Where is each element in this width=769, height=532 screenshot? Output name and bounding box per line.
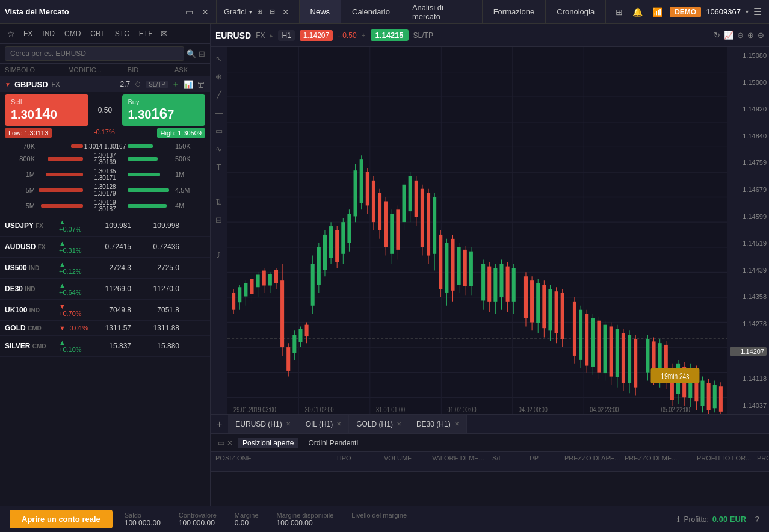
chart-tab-add[interactable]: + — [211, 415, 228, 433]
filter-etf-btn[interactable]: ETF — [135, 28, 156, 39]
account-dropdown-icon[interactable]: ▾ — [746, 8, 749, 15]
chart-hline-tool[interactable]: — — [212, 106, 226, 119]
high-value: High: 1.30509 — [157, 128, 206, 138]
svg-rect-25 — [238, 287, 241, 302]
help-icon[interactable]: ? — [755, 515, 759, 524]
grafici-icon1[interactable]: ⊞ — [255, 7, 265, 17]
chart-tab-close[interactable]: ✕ — [454, 421, 459, 427]
tab-analisi[interactable]: Analisi di mercato — [401, 0, 483, 23]
panel-tab-ordini[interactable]: Ordini Pendenti — [303, 438, 363, 448]
search-input[interactable] — [5, 46, 184, 61]
gbpusd-collapse-icon[interactable]: ▼ — [5, 81, 11, 88]
ob-price: 1.3014 1.30167 — [84, 143, 126, 150]
chart-crosshair-tool[interactable]: ⊕ — [212, 70, 226, 83]
svg-rect-73 — [384, 201, 388, 247]
profit-info-icon: ℹ — [677, 515, 680, 524]
sym-name: DE30 IND — [5, 285, 59, 293]
svg-text:31.01 01:00: 31.01 01:00 — [376, 406, 405, 414]
open-account-button[interactable]: Aprire un conto reale — [10, 510, 113, 528]
chart-timeframe[interactable]: H1 — [278, 30, 294, 41]
chart-text-tool[interactable]: T — [212, 160, 226, 173]
sym-change: ▲ +0.64% — [59, 282, 89, 296]
sym-ask: 109.998 — [131, 221, 179, 230]
grafici-icon2[interactable]: ⊟ — [267, 7, 277, 17]
symbol-list-item[interactable]: UK100 IND ▼ +0.70% 7049.8 7051.8 — [0, 300, 210, 321]
symbol-list-item[interactable]: USDJPY FX ▲ +0.07% 109.981 109.998 — [0, 215, 210, 237]
svg-text:29.01.2019 03:00: 29.01.2019 03:00 — [233, 406, 276, 414]
table-header-tipo: TIPO — [336, 454, 384, 469]
layout-icon[interactable]: ⊞ — [613, 6, 625, 18]
chart-fib-tool[interactable]: ∿ — [212, 142, 226, 155]
window-close-btn[interactable]: ✕ — [199, 6, 211, 18]
tab-formazione[interactable]: Formazione — [483, 0, 546, 23]
panel-close-icon[interactable]: ✕ — [227, 439, 233, 447]
profit-value: 0.00 EUR — [712, 515, 746, 524]
svg-rect-47 — [305, 325, 309, 336]
chart-tab-2[interactable]: GOLD (H1)✕ — [349, 415, 409, 433]
notification-icon[interactable]: 🔔 — [630, 6, 645, 18]
chart-tab-close[interactable]: ✕ — [397, 421, 401, 427]
symbol-list-item[interactable]: DE30 IND ▲ +0.64% 11269.0 11270.0 — [0, 279, 210, 300]
filter-cmd-btn[interactable]: CMD — [61, 28, 84, 39]
wifi-icon[interactable]: 📶 — [650, 6, 665, 18]
ob-buy-bar — [128, 157, 174, 161]
envelope-icon[interactable]: ✉ — [158, 28, 170, 40]
chart-trade-tool[interactable]: ⇅ — [212, 195, 226, 208]
buy-button[interactable]: Buy 1.30167 — [122, 94, 206, 126]
gbpusd-symbol-name[interactable]: GBPUSD — [14, 80, 48, 89]
chart-tab-close[interactable]: ✕ — [336, 421, 341, 427]
chart-tab-1[interactable]: OIL (H1)✕ — [298, 415, 350, 433]
svg-rect-127 — [561, 293, 564, 339]
tab-calendario[interactable]: Calendario — [341, 0, 401, 23]
chart-zoom-in-icon[interactable]: ⊕ — [747, 31, 754, 40]
chart-tab-0[interactable]: EURUSD (H1)✕ — [228, 415, 298, 433]
svg-rect-139 — [604, 325, 607, 373]
saldo-label: Saldo — [125, 512, 161, 519]
tab-cronologia[interactable]: Cronologia — [546, 0, 606, 23]
chart-zoom-out-icon[interactable]: ⊖ — [737, 31, 744, 40]
filter-fx-btn[interactable]: FX — [20, 28, 36, 39]
table-header-prezzo-di-ape...: PREZZO DI APE... — [564, 454, 625, 469]
symbol-list-item[interactable]: AUDUSD FX ▲ +0.31% 0.72415 0.72436 — [0, 237, 210, 258]
symbol-list-item[interactable]: GOLD CMD ▼ -0.01% 1311.57 1311.88 — [0, 321, 210, 336]
ob-buy-bar — [128, 204, 174, 208]
chart-rect-tool[interactable]: ▭ — [212, 124, 226, 137]
chart-layers-tool[interactable]: ⊟ — [212, 213, 226, 226]
chart-indicators-icon[interactable]: 📈 — [724, 31, 733, 40]
filter-stc-btn[interactable]: STC — [111, 28, 133, 39]
chart-tab-close[interactable]: ✕ — [286, 421, 291, 427]
tab-grafici[interactable]: Grafici ▾ ⊞ ⊟ ✕ — [217, 0, 300, 23]
grafici-close-btn[interactable]: ✕ — [280, 6, 292, 18]
hamburger-menu-icon[interactable]: ☰ — [753, 6, 762, 17]
panel-minimize-icon[interactable]: ▭ — [218, 439, 224, 447]
chart-left-tools: ↖ ⊕ ╱ — ▭ ∿ T ⇅ ⊟ ⤴ — [211, 47, 227, 414]
svg-text:30.01 02:00: 30.01 02:00 — [305, 406, 334, 414]
livello-label: Livello del margine — [351, 512, 407, 519]
panel-tab-posizioni[interactable]: Posizioni aperte — [238, 438, 298, 448]
symbol-list-item[interactable]: US500 IND ▲ +0.12% 2724.3 2725.0 — [0, 258, 210, 279]
chart-tab-3[interactable]: DE30 (H1)✕ — [409, 415, 467, 433]
svg-rect-61 — [347, 214, 351, 243]
symbol-list: USDJPY FX ▲ +0.07% 109.981 109.998 AUDUS… — [0, 215, 210, 357]
star-filter-btn[interactable]: ☆ — [5, 28, 17, 40]
chart-crosshair-icon[interactable]: ⊕ — [758, 31, 764, 40]
gbpusd-delete-icon[interactable]: 🗑 — [197, 79, 205, 89]
chart-line-tool[interactable]: ╱ — [212, 88, 226, 101]
gbpusd-sl-tp-badge[interactable]: SL/TP — [146, 81, 168, 88]
filter-crt-btn[interactable]: CRT — [87, 28, 108, 39]
tab-news[interactable]: News — [300, 0, 342, 23]
chart-cursor-tool[interactable]: ↖ — [212, 52, 226, 65]
chart-tabs: +EURUSD (H1)✕OIL (H1)✕GOLD (H1)✕DE30 (H1… — [211, 414, 769, 433]
symbol-list-item[interactable]: SILVER CMD ▲ +0.10% 15.837 15.880 — [0, 336, 210, 357]
chart-refresh-icon[interactable]: ↻ — [714, 31, 720, 40]
filter-ind-btn[interactable]: IND — [39, 28, 58, 39]
window-minimize-btn[interactable]: ▭ — [183, 6, 196, 18]
gbpusd-chart-icon[interactable]: 📊 — [184, 80, 193, 89]
chart-share-tool[interactable]: ⤴ — [212, 248, 226, 261]
ob-buy-bar — [128, 173, 174, 176]
gbpusd-add-icon[interactable]: ＋ — [171, 79, 180, 90]
ob-buy-vol: 500K — [175, 155, 205, 162]
sell-button[interactable]: Sell 1.30140 — [5, 94, 88, 126]
grid-view-icon[interactable]: ⊞ — [199, 49, 205, 58]
status-controvalore: Controvalore 100 000.00 — [179, 512, 217, 527]
